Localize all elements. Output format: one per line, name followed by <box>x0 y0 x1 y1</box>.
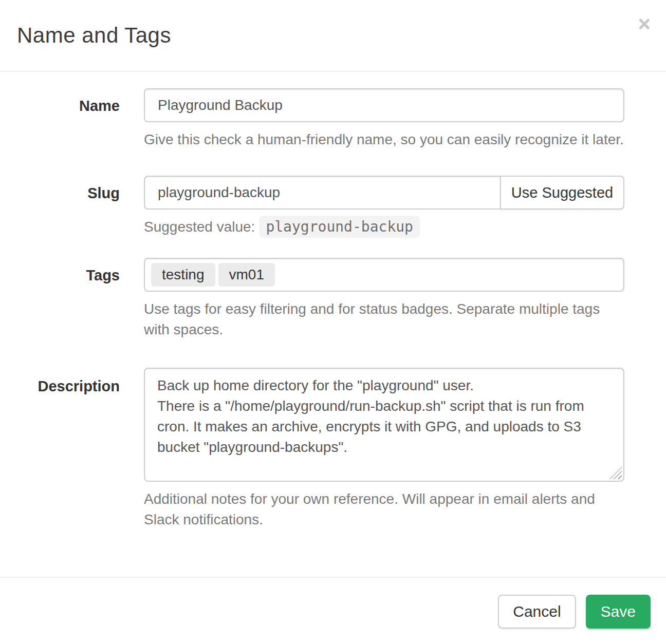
name-and-tags-modal: Name and Tags × Name Give this check a h… <box>0 0 666 644</box>
description-textarea[interactable]: Back up home directory for the "playgrou… <box>144 368 624 482</box>
tags-field-group: Tags testing vm01 Use tags for easy filt… <box>0 258 666 340</box>
description-textarea-wrap: Back up home directory for the "playgrou… <box>144 368 624 482</box>
tags-input[interactable]: testing vm01 <box>144 258 624 292</box>
name-field-col: Give this check a human-friendly name, s… <box>144 88 624 150</box>
description-field-group: Description Back up home directory for t… <box>0 368 666 530</box>
name-label: Name <box>0 88 144 150</box>
save-button[interactable]: Save <box>586 595 651 629</box>
modal-header: Name and Tags × <box>0 0 666 72</box>
tag-chip: vm01 <box>218 263 275 287</box>
tag-chip: testing <box>151 263 215 287</box>
page-title: Name and Tags <box>17 23 171 48</box>
tags-field-col: testing vm01 Use tags for easy filtering… <box>144 258 624 340</box>
description-field-col: Back up home directory for the "playgrou… <box>144 368 624 530</box>
cancel-button[interactable]: Cancel <box>498 595 576 629</box>
use-suggested-button[interactable]: Use Suggested <box>500 176 624 210</box>
slug-field-group: Slug Use Suggested Suggested value:playg… <box>0 176 666 237</box>
suggested-value-code: playground-backup <box>259 216 420 238</box>
slug-input[interactable] <box>144 176 501 210</box>
modal-footer: Cancel Save <box>0 577 666 644</box>
name-input[interactable] <box>144 88 624 122</box>
close-icon[interactable]: × <box>636 11 653 37</box>
name-help-text: Give this check a human-friendly name, s… <box>144 129 624 150</box>
modal-body: Name Give this check a human-friendly na… <box>0 72 666 577</box>
slug-label: Slug <box>0 176 144 237</box>
slug-input-group: Use Suggested <box>144 176 624 210</box>
tags-help-text: Use tags for easy filtering and for stat… <box>144 299 624 340</box>
description-help-text: Additional notes for your own reference.… <box>144 489 624 530</box>
slug-field-col: Use Suggested Suggested value:playground… <box>144 176 624 237</box>
name-field-group: Name Give this check a human-friendly na… <box>0 88 666 150</box>
suggested-value-label: Suggested value: <box>144 219 255 235</box>
slug-help-text: Suggested value:playground-backup <box>144 217 624 237</box>
description-label: Description <box>0 368 144 530</box>
tags-label: Tags <box>0 258 144 340</box>
